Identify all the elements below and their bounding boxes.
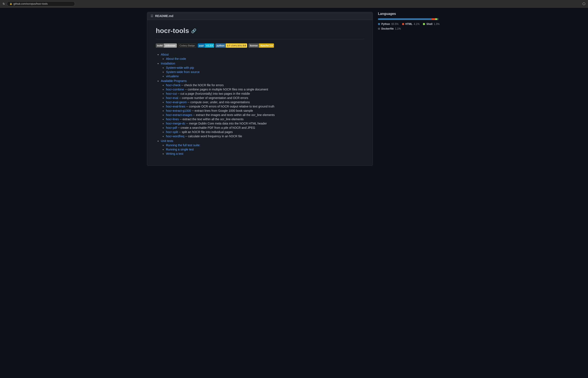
language-item-dockerfile: Dockerfile 1.1%: [378, 27, 401, 30]
lock-icon: 🔒: [10, 2, 12, 5]
build-badge[interactable]: build unknown: [156, 43, 177, 48]
reload-icon[interactable]: ↻: [2, 2, 5, 6]
toc-link-full-suite[interactable]: Running the full test suite:: [166, 143, 200, 147]
toc-link-virtualenv[interactable]: virtualenv: [166, 74, 179, 78]
python-badge[interactable]: python 2.7 | 3.4 | 3.5 | 3.6: [215, 43, 247, 48]
dockerfile-name: Dockerfile: [381, 27, 394, 30]
hocr-eval-lines-desc: -- compute OCR errors of hOCR output rel…: [186, 105, 274, 108]
list-item: hocr-wordfreq -- calculate word frequenc…: [166, 135, 364, 138]
pypi-badge-label: pypi: [198, 43, 205, 48]
list-item: hocr-cut -- cut a page (horizontally) in…: [166, 92, 364, 95]
toc-link-writing-test[interactable]: Writing a test: [166, 152, 183, 155]
license-badge-value: Apache 2.0: [259, 43, 274, 48]
list-item: System-wide with pip: [166, 66, 364, 69]
toc-link-about-code[interactable]: About the code: [166, 57, 186, 60]
badges-row: build unknown Codacy Badge pypi v1.2.0 p…: [156, 43, 364, 48]
title-divider: [156, 39, 364, 39]
dockerfile-pct: 1.1%: [395, 27, 401, 30]
list-item: Writing a test: [166, 152, 364, 155]
toc-link-unit-tests[interactable]: Unit tests: [161, 139, 173, 143]
python-dot: [378, 23, 380, 25]
list-item: hocr-eval-lines -- compute OCR errors of…: [166, 105, 364, 108]
toc-list: About About the code Installation: [156, 53, 364, 155]
toc-link-hocr-eval[interactable]: hocr-eval: [166, 96, 178, 100]
hocr-extract-g1000-desc: -- extract lines from Google 1000 book s…: [192, 109, 253, 112]
list-item: hocr-extract-g1000 -- extract lines from…: [166, 109, 364, 112]
list-item: Running the full test suite:: [166, 143, 364, 147]
toc-link-hocr-eval-geom[interactable]: hocr-eval-geom: [166, 100, 187, 104]
pypi-badge[interactable]: pypi v1.2.0: [198, 43, 214, 48]
toc-link-about[interactable]: About: [161, 53, 169, 56]
readme-container: ☰ README.md hocr-tools 🔗 build unknown: [147, 12, 373, 166]
list-item: hocr-merge-dc -- merge Dublin Core meta …: [166, 122, 364, 125]
hocr-wordfreq-desc: -- calculate word frequency in an hOCR f…: [185, 135, 242, 138]
list-item: Running a single test: [166, 148, 364, 151]
toc-link-source[interactable]: System-wide from source: [166, 70, 200, 74]
pypi-badge-version: v1.2.0: [205, 43, 214, 48]
shell-name: Shell: [426, 23, 433, 26]
list-item: hocr-eval-geom -- compute over, under, a…: [166, 100, 364, 104]
page-layout: ☰ README.md hocr-tools 🔗 build unknown: [147, 8, 441, 170]
toc-link-hocr-pdf[interactable]: hocr-pdf: [166, 126, 177, 129]
toc-sublist: hocr-check -- check the hOCR file for er…: [161, 83, 364, 138]
languages-section: Languages Python 93.5% HTML 4.1%: [378, 12, 441, 30]
language-bar: [378, 18, 441, 20]
sidebar: Languages Python 93.5% HTML 4.1%: [378, 12, 441, 35]
license-badge-label: license: [248, 43, 259, 48]
html-bar-segment: [432, 18, 435, 20]
codacy-badge[interactable]: Codacy Badge: [178, 43, 196, 48]
repo-title: hocr-tools 🔗: [156, 27, 364, 35]
python-pct: 93.5%: [391, 23, 399, 26]
list-item: Installation System-wide with pip System…: [161, 62, 364, 78]
license-badge[interactable]: license Apache 2.0: [248, 43, 274, 48]
python-bar-segment: [378, 18, 432, 20]
toc-link-hocr-lines[interactable]: hocr-lines: [166, 118, 179, 121]
shell-bar-segment: [435, 18, 437, 20]
toc-link-hocr-cut[interactable]: hocr-cut: [166, 92, 177, 95]
toc-link-programs[interactable]: Available Programs: [161, 79, 187, 82]
list-item: hocr-pdf -- create a searchable PDF from…: [166, 126, 364, 129]
html-pct: 4.1%: [414, 23, 420, 26]
toc-link-hocr-wordfreq[interactable]: hocr-wordfreq: [166, 135, 184, 138]
hocr-eval-desc: -- compute number of segmentation and OC…: [179, 96, 248, 100]
toc-link-hocr-combine[interactable]: hocr-combine: [166, 88, 184, 91]
python-name: Python: [381, 23, 390, 26]
toc-link-hocr-split[interactable]: hocr-split: [166, 130, 178, 134]
language-list: Python 93.5% HTML 4.1% Shell 1.3% Docker…: [378, 23, 441, 30]
list-item: Unit tests Running the full test suite: …: [161, 139, 364, 155]
toc-link-single-test[interactable]: Running a single test: [166, 148, 194, 151]
hocr-merge-dc-desc: -- merge Dublin Core meta data into the …: [186, 122, 267, 125]
hocr-lines-desc: -- extract the text within all the ocr_l…: [180, 118, 244, 121]
language-item-shell: Shell 1.3%: [423, 23, 439, 26]
list-item: About the code: [166, 57, 364, 60]
python-badge-versions: 2.7 | 3.4 | 3.5 | 3.6: [226, 43, 247, 48]
readme-filename: README.md: [155, 14, 173, 18]
readme-body: hocr-tools 🔗 build unknown Codacy Badge: [147, 20, 373, 166]
dockerfile-dot: [378, 28, 380, 30]
url-bar[interactable]: 🔒 github.com/ocropus/hocr-tools: [7, 1, 75, 6]
toc-link-hocr-extract-g1000[interactable]: hocr-extract-g1000: [166, 109, 191, 112]
extension-icon[interactable]: ⬡: [582, 2, 586, 6]
python-badge-label: python: [215, 43, 226, 48]
shell-pct: 1.3%: [434, 23, 439, 26]
list-item: hocr-check -- check the hOCR file for er…: [166, 83, 364, 87]
toc-link-hocr-eval-lines[interactable]: hocr-eval-lines: [166, 105, 185, 108]
hocr-combine-desc: -- combine pages in multiple hOCR files …: [185, 88, 268, 91]
table-of-contents: About About the code Installation: [156, 53, 364, 155]
toc-link-installation[interactable]: Installation: [161, 62, 175, 65]
html-dot: [402, 23, 404, 25]
link-anchor-icon[interactable]: 🔗: [191, 28, 196, 33]
hocr-check-desc: -- check the hOCR file for errors: [181, 83, 224, 87]
shell-dot: [423, 23, 425, 25]
toc-link-pip[interactable]: System-wide with pip: [166, 66, 194, 69]
url-text: github.com/ocropus/hocr-tools: [14, 2, 48, 5]
hocr-pdf-desc: -- create a searchable PDF from a pile o…: [178, 126, 255, 129]
toc-link-hocr-extract-images[interactable]: hocr-extract-images: [166, 113, 192, 117]
toc-link-hocr-merge-dc[interactable]: hocr-merge-dc: [166, 122, 185, 125]
toc-link-hocr-check[interactable]: hocr-check: [166, 83, 181, 87]
list-item: hocr-lines -- extract the text within al…: [166, 118, 364, 121]
list-item: About About the code: [161, 53, 364, 60]
hocr-extract-images-desc: -- extract the images and texts within a…: [193, 113, 275, 117]
build-badge-value: unknown: [164, 43, 177, 48]
list-item: hocr-combine -- combine pages in multipl…: [166, 88, 364, 91]
